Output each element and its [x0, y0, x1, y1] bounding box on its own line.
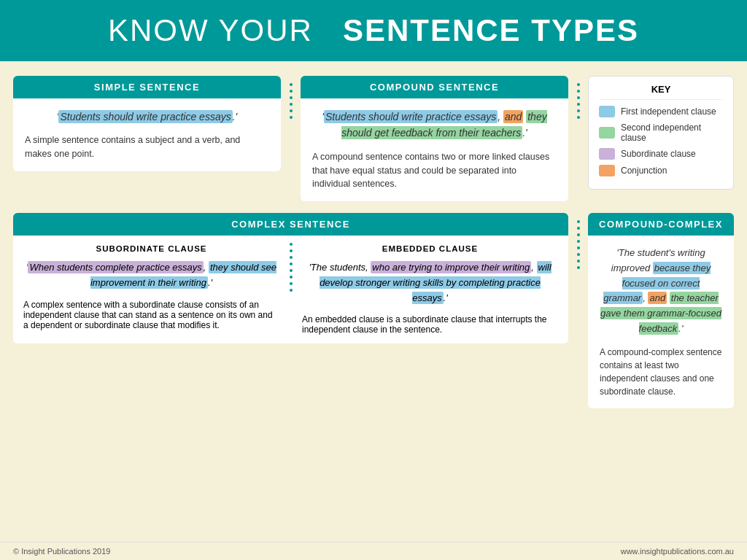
compound-complex-description: A compound-complex sentence contains at … [600, 346, 722, 398]
dot [577, 220, 580, 223]
key-swatch-orange [599, 165, 615, 176]
page-title: Know Your Sentence Types [15, 13, 732, 48]
key-label-4: Conjunction [621, 166, 667, 176]
key-title: KEY [599, 84, 723, 100]
dot [577, 240, 580, 243]
dot [577, 260, 580, 262]
dot [290, 83, 293, 86]
embedded-clause-section: EMBEDDED CLAUSE 'The students, who are t… [292, 236, 568, 343]
dot [577, 90, 580, 93]
embedded-clause-title: EMBEDDED CLAUSE [302, 244, 558, 253]
dot [290, 90, 293, 93]
dot [577, 96, 580, 99]
title-bold: Sentence Types [343, 13, 639, 47]
key-label-3: Subordinate clause [621, 149, 696, 159]
dot [290, 116, 293, 119]
key-swatch-green [599, 127, 615, 139]
dot [290, 109, 293, 112]
top-row: SIMPLE SENTENCE 'Students should write p… [13, 76, 734, 201]
compound-complex-header: COMPOUND-COMPLEX [588, 213, 734, 236]
dot [577, 103, 580, 106]
compound-quote: 'Students should write practice essays, … [312, 109, 557, 141]
main-content: SIMPLE SENTENCE 'Students should write p… [0, 61, 747, 416]
key-label-1: First independent clause [621, 106, 716, 117]
footer-website: www.insightpublications.com.au [621, 547, 734, 556]
cc-hl-orange: and [648, 292, 667, 304]
key-label-2: Second independent clause [621, 122, 723, 143]
page-header: Know Your Sentence Types [0, 0, 747, 61]
sub-hl-purple-1: When students complete practice essays [28, 261, 203, 273]
dot [577, 227, 580, 230]
compound-description: A compound sentence contains two or more… [312, 150, 557, 191]
compound-sentence-body: 'Students should write practice essays, … [301, 98, 568, 201]
dot [577, 83, 580, 86]
footer: © Insight Publications 2019 www.insightp… [0, 542, 747, 560]
dot [577, 109, 580, 112]
divider-2 [577, 76, 579, 119]
compound-complex-quote: 'The student's writing improved because … [600, 246, 722, 337]
simple-sentence-card: SIMPLE SENTENCE 'Students should write p… [13, 76, 281, 171]
title-light: Know Your [108, 13, 313, 47]
subordinate-clause-title: SUBORDINATE CLAUSE [23, 244, 279, 253]
emb-hl-purple: who are trying to improve their writing [371, 261, 531, 273]
divider-3 [577, 213, 579, 269]
simple-sentence-body: 'Students should write practice essays.'… [13, 98, 281, 171]
compound-sentence-header: COMPOUND SENTENCE [301, 76, 568, 98]
key-item-3: Subordinate clause [599, 148, 723, 160]
subordinate-description: A complex sentence with a subordinate cl… [23, 300, 279, 330]
compound-sentence-card: COMPOUND SENTENCE 'Students should write… [301, 76, 568, 201]
dot [577, 266, 580, 269]
compound-hl-blue: Students should write practice essays [324, 110, 498, 123]
key-swatch-blue [599, 106, 615, 117]
dot [577, 116, 580, 119]
simple-quote: 'Students should write practice essays.' [25, 109, 269, 125]
key-swatch-purple [599, 148, 615, 160]
subordinate-quote: 'When students complete practice essays,… [23, 260, 279, 291]
dot [577, 233, 580, 236]
bottom-row: COMPLEX SENTENCE SUBORDINATE CLAUSE 'Whe… [13, 213, 734, 408]
key-box: KEY First independent clause Second inde… [588, 76, 734, 190]
dot [577, 253, 580, 256]
dot [577, 246, 580, 249]
key-item-4: Conjunction [599, 165, 723, 176]
simple-hl-blue: Students should write practice essays [58, 110, 232, 123]
dot [290, 96, 293, 99]
embedded-description: An embedded clause is a subordinate clau… [302, 314, 558, 335]
compound-complex-card: COMPOUND-COMPLEX 'The student's writing … [588, 213, 734, 408]
compound-complex-body: 'The student's writing improved because … [588, 236, 734, 408]
complex-sentence-card: COMPLEX SENTENCE SUBORDINATE CLAUSE 'Whe… [13, 213, 568, 343]
subordinate-clause-section: SUBORDINATE CLAUSE 'When students comple… [13, 236, 290, 343]
simple-description: A simple sentence contains a subject and… [25, 133, 269, 161]
key-item-2: Second independent clause [599, 122, 723, 143]
key-item-1: First independent clause [599, 106, 723, 117]
simple-sentence-header: SIMPLE SENTENCE [13, 76, 281, 98]
dot [290, 103, 293, 106]
compound-hl-orange: and [503, 110, 523, 123]
embedded-quote: 'The students, who are trying to improve… [302, 260, 558, 306]
complex-sentence-header: COMPLEX SENTENCE [13, 213, 568, 236]
divider-1 [290, 76, 292, 119]
complex-inner: SUBORDINATE CLAUSE 'When students comple… [13, 236, 568, 343]
footer-copyright: © Insight Publications 2019 [13, 547, 110, 556]
